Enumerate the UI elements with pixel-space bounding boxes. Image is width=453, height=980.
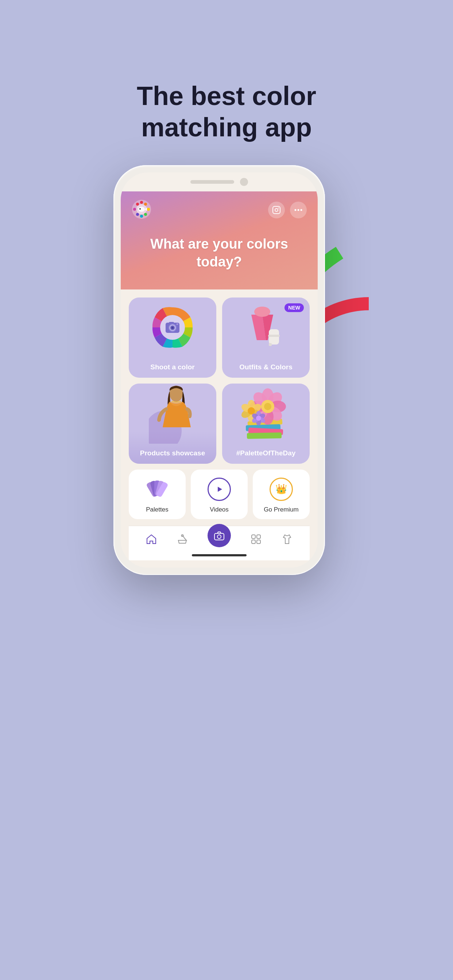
svg-rect-72 bbox=[257, 540, 260, 544]
more-options-button[interactable] bbox=[290, 202, 307, 218]
svg-point-45 bbox=[264, 403, 271, 410]
app-logo bbox=[132, 199, 152, 221]
palettes-card[interactable]: Palettes bbox=[129, 469, 186, 519]
go-premium-icon: 👑 bbox=[270, 477, 293, 501]
svg-point-25 bbox=[177, 323, 179, 325]
header-actions bbox=[268, 202, 307, 218]
app-content: Shoot a color NEW bbox=[121, 290, 318, 568]
bottom-nav bbox=[129, 526, 309, 550]
nav-home[interactable] bbox=[146, 534, 157, 545]
headline-line2: matching app bbox=[141, 113, 312, 142]
svg-point-16 bbox=[295, 209, 297, 211]
svg-point-12 bbox=[139, 208, 141, 210]
notch-camera bbox=[240, 178, 248, 186]
svg-point-59 bbox=[256, 415, 261, 421]
instagram-button[interactable] bbox=[268, 202, 285, 218]
go-premium-label: Go Premium bbox=[264, 506, 298, 513]
header-question: What are your colors today? bbox=[132, 235, 307, 271]
play-circle bbox=[207, 477, 231, 501]
svg-rect-67 bbox=[214, 533, 224, 540]
phone-shell: What are your colors today? bbox=[113, 165, 325, 575]
svg-point-8 bbox=[133, 208, 136, 211]
svg-rect-71 bbox=[252, 540, 255, 544]
videos-label: Videos bbox=[210, 506, 229, 513]
palettes-label: Palettes bbox=[146, 506, 168, 513]
svg-point-52 bbox=[248, 407, 255, 415]
products-showcase-card[interactable]: Products showcase bbox=[129, 383, 216, 464]
crown-circle: 👑 bbox=[270, 477, 293, 501]
svg-point-68 bbox=[217, 535, 221, 538]
svg-rect-13 bbox=[273, 206, 280, 214]
outfits-label: Outfits & Colors bbox=[239, 363, 292, 371]
features-grid: Shoot a color NEW bbox=[129, 298, 309, 464]
notch-pill bbox=[190, 180, 234, 184]
shoot-color-card[interactable]: Shoot a color bbox=[129, 298, 216, 378]
app-header: What are your colors today? bbox=[121, 191, 318, 290]
svg-point-9 bbox=[136, 203, 139, 205]
phone-notch bbox=[121, 172, 318, 191]
svg-rect-70 bbox=[257, 535, 260, 538]
palettes-icon bbox=[145, 477, 169, 501]
svg-point-3 bbox=[144, 203, 147, 205]
svg-rect-24 bbox=[169, 322, 174, 324]
headline-line1: The best color bbox=[137, 81, 316, 110]
nav-camera[interactable] bbox=[207, 524, 231, 547]
nav-wardrobe[interactable] bbox=[177, 534, 188, 545]
svg-point-18 bbox=[301, 209, 302, 211]
outfits-colors-card[interactable]: NEW bbox=[222, 298, 309, 378]
videos-icon bbox=[207, 477, 231, 501]
shoot-color-label: Shoot a color bbox=[150, 363, 195, 371]
svg-marker-65 bbox=[218, 487, 222, 492]
nav-outfits[interactable] bbox=[282, 534, 292, 545]
palette-day-image bbox=[222, 383, 309, 444]
svg-point-7 bbox=[136, 213, 139, 216]
products-image bbox=[129, 383, 216, 444]
svg-rect-69 bbox=[252, 535, 255, 538]
shoot-color-image bbox=[129, 298, 216, 358]
svg-point-26 bbox=[254, 307, 270, 317]
videos-card[interactable]: Videos bbox=[191, 469, 248, 519]
products-label: Products showcase bbox=[140, 449, 205, 457]
go-premium-card[interactable]: 👑 Go Premium bbox=[253, 469, 309, 519]
headline: The best color matching app bbox=[137, 80, 316, 143]
nav-community[interactable] bbox=[250, 534, 262, 545]
home-bar bbox=[192, 554, 247, 556]
home-indicator bbox=[129, 550, 309, 560]
phone-mockup: What are your colors today? bbox=[113, 165, 340, 575]
palette-day-card[interactable]: #PaletteOfTheDay bbox=[222, 383, 309, 464]
svg-point-10 bbox=[138, 207, 145, 212]
svg-point-14 bbox=[275, 208, 278, 212]
svg-rect-35 bbox=[247, 433, 282, 439]
svg-rect-28 bbox=[268, 335, 280, 337]
palette-day-label: #PaletteOfTheDay bbox=[236, 449, 296, 457]
svg-point-5 bbox=[144, 213, 147, 216]
svg-point-23 bbox=[171, 327, 174, 329]
svg-point-6 bbox=[140, 215, 143, 218]
phone-screen: What are your colors today? bbox=[121, 172, 318, 568]
svg-point-17 bbox=[298, 209, 300, 211]
svg-point-2 bbox=[140, 201, 143, 204]
svg-point-4 bbox=[147, 208, 150, 211]
svg-rect-29 bbox=[269, 343, 272, 346]
mini-cards-row: Palettes Videos bbox=[129, 469, 309, 519]
outfits-image bbox=[222, 298, 309, 358]
svg-point-15 bbox=[278, 207, 279, 208]
header-top-bar bbox=[132, 199, 307, 221]
